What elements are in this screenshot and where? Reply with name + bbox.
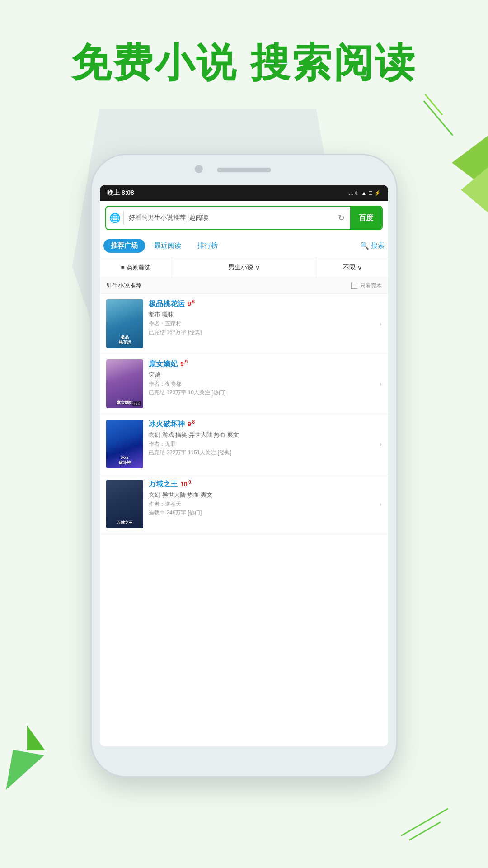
book-cover: 极品桃花运: [106, 299, 143, 348]
book-title: 万域之王: [149, 480, 178, 489]
book-item[interactable]: 万城之王 万域之王 10.0 玄幻 异世大陆 热血 爽文 作者：逆苍天 连载中 …: [100, 474, 388, 534]
book-author: 作者：五家村: [149, 320, 382, 328]
book-info: 万域之王 10.0 玄幻 异世大陆 热血 爽文 作者：逆苍天 连载中 246万字…: [149, 480, 382, 528]
book-arrow-icon: ›: [379, 500, 382, 509]
book-author: 作者：夜凌都: [149, 380, 382, 388]
book-item[interactable]: 极品桃花运 极品桃花运 9.6 都市 暖昧 作者：五家村 已完结 167万字 […: [100, 294, 388, 354]
baidu-button[interactable]: 百度: [350, 207, 382, 229]
book-cover: 庶女嫡妃 17K: [106, 359, 143, 408]
status-bar: 晚上 8:08 ... ☾ ▲ ⊡ ⚡: [100, 185, 388, 201]
book-item[interactable]: 庶女嫡妃 17K 庶女嫡妃 9.9 穿越 作者：夜凌都 已完结 123万字 10…: [100, 354, 388, 414]
book-title: 极品桃花运: [149, 299, 185, 309]
filter-limit-arrow-icon: ∨: [357, 264, 362, 271]
tab-recommended[interactable]: 推荐广场: [103, 239, 145, 253]
filter-type[interactable]: 男生小说 ∨: [172, 257, 316, 278]
tab-ranking[interactable]: 排行榜: [190, 239, 225, 253]
tab-search-label: 搜索: [371, 241, 385, 250]
filter-type-arrow-icon: ∨: [255, 264, 260, 271]
book-meta: 已完结 123万字 10人关注 [热门]: [149, 389, 382, 396]
book-arrow-icon: ›: [379, 379, 382, 389]
book-author: 作者：无罪: [149, 440, 382, 448]
book-info: 冰火破坏神 9.8 玄幻 游戏 搞笑 异世大陆 热血 爽文 作者：无罪 已完结 …: [149, 420, 382, 468]
section-header: 男生小说推荐 只看完本: [100, 278, 388, 294]
book-rating: 9.6: [188, 299, 195, 307]
phone-mockup: 晚上 8:08 ... ☾ ▲ ⊡ ⚡ 🌐 好看的男生小说推荐_趣阅读 ↻ 百度…: [90, 154, 398, 778]
book-title: 冰火破坏神: [149, 420, 185, 429]
complete-label: 只看完本: [360, 282, 382, 290]
globe-icon: 🌐: [106, 212, 123, 223]
app-headline: 免费小说 搜索阅读: [0, 36, 488, 90]
book-rating: 9.8: [188, 420, 195, 428]
complete-filter[interactable]: 只看完本: [351, 282, 382, 290]
filter-limit[interactable]: 不限 ∨: [316, 257, 388, 278]
phone-screen: 晚上 8:08 ... ☾ ▲ ⊡ ⚡ 🌐 好看的男生小说推荐_趣阅读 ↻ 百度…: [100, 185, 388, 746]
book-arrow-icon: ›: [379, 439, 382, 449]
book-cover: 冰火破坏神: [106, 420, 143, 468]
search-input[interactable]: 好看的男生小说推荐_趣阅读: [124, 214, 332, 222]
filter-cat-icon: ≡: [121, 264, 125, 271]
complete-checkbox[interactable]: [351, 283, 357, 289]
filter-type-label: 男生小说: [228, 264, 253, 272]
book-rating: 9.9: [180, 359, 188, 368]
book-arrow-icon: ›: [379, 319, 382, 329]
filter-row: ≡ 类别筛选 男生小说 ∨ 不限 ∨: [100, 257, 388, 278]
book-tags: 玄幻 游戏 搞笑 异世大陆 热血 爽文: [149, 431, 382, 439]
tab-search[interactable]: 🔍 搜索: [360, 241, 385, 250]
status-time: 晚上 8:08: [107, 189, 134, 197]
tab-recent[interactable]: 最近阅读: [147, 239, 188, 253]
cover-text: 万城之王: [106, 520, 143, 526]
phone-camera: [195, 165, 203, 173]
book-meta: 已完结 222万字 1151人关注 [经典]: [149, 449, 382, 457]
search-icon: 🔍: [360, 241, 369, 250]
phone-speaker: [217, 168, 271, 172]
refresh-icon[interactable]: ↻: [332, 213, 350, 223]
filter-cat-label: 类别筛选: [127, 264, 150, 272]
book-info: 庶女嫡妃 9.9 穿越 作者：夜凌都 已完结 123万字 10人关注 [热门]: [149, 359, 382, 408]
book-meta: 已完结 167万字 [经典]: [149, 329, 382, 336]
book-item[interactable]: 冰火破坏神 冰火破坏神 9.8 玄幻 游戏 搞笑 异世大陆 热血 爽文 作者：无…: [100, 414, 388, 474]
book-title: 庶女嫡妃: [149, 359, 178, 369]
filter-category[interactable]: ≡ 类别筛选: [100, 257, 172, 278]
book-list: 极品桃花运 极品桃花运 9.6 都市 暖昧 作者：五家村 已完结 167万字 […: [100, 294, 388, 534]
book-cover: 万城之王: [106, 480, 143, 528]
book-tags: 都市 暖昧: [149, 311, 382, 319]
cover-text: 极品桃花运: [106, 335, 143, 345]
status-icons: ... ☾ ▲ ⊡ ⚡: [349, 190, 381, 196]
book-tags: 穿越: [149, 371, 382, 379]
search-bar[interactable]: 🌐 好看的男生小说推荐_趣阅读 ↻ 百度: [105, 206, 383, 230]
book-info: 极品桃花运 9.6 都市 暖昧 作者：五家村 已完结 167万字 [经典]: [149, 299, 382, 348]
book-meta: 连载中 246万字 [热门]: [149, 509, 382, 517]
cover-text: 冰火破坏神: [106, 455, 143, 466]
book-rating: 10.0: [180, 480, 191, 488]
section-title: 男生小说推荐: [106, 282, 141, 290]
cover-badge: 17K: [132, 401, 141, 406]
book-author: 作者：逆苍天: [149, 500, 382, 508]
book-tags: 玄幻 异世大陆 热血 爽文: [149, 491, 382, 499]
filter-limit-label: 不限: [343, 264, 356, 272]
nav-tabs: 推荐广场 最近阅读 排行榜 🔍 搜索: [100, 235, 388, 257]
